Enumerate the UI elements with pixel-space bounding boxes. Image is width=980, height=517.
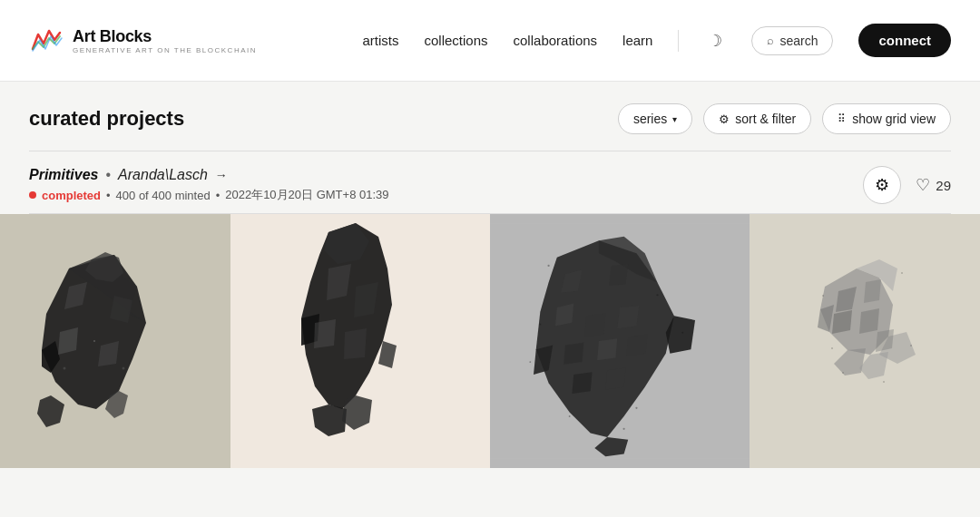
status-dot-icon [29, 191, 36, 199]
svg-point-41 [547, 265, 549, 267]
svg-point-63 [910, 345, 912, 346]
svg-marker-37 [597, 338, 617, 360]
svg-marker-39 [572, 372, 592, 394]
svg-point-42 [656, 294, 658, 296]
project-status-row: completed • 400 of 400 minted • 2022年10月… [29, 187, 389, 203]
svg-marker-57 [864, 279, 881, 303]
project-title-row: Primitives • Aranda\Lasch → [29, 167, 389, 183]
artwork-1-image [0, 214, 230, 468]
project-actions: ⚙ ♡ 29 [863, 166, 951, 204]
search-button[interactable]: ⌕ search [751, 26, 833, 55]
svg-marker-59 [859, 308, 879, 334]
svg-point-11 [64, 367, 66, 370]
logo-text: Art Blocks Generative Art on the Blockch… [73, 27, 257, 54]
svg-point-45 [623, 428, 625, 430]
artwork-3-image [490, 214, 750, 468]
sort-filter-label: sort & filter [735, 112, 796, 126]
search-label: search [779, 34, 818, 48]
logo[interactable]: Art Blocks Generative Art on the Blockch… [29, 24, 257, 58]
svg-marker-35 [617, 306, 639, 328]
date-separator: • [216, 189, 220, 202]
svg-point-64 [831, 347, 833, 349]
connect-button[interactable]: connect [858, 24, 951, 57]
artwork-1[interactable] [0, 214, 230, 468]
project-artist: Aranda\Lasch [118, 167, 208, 183]
artwork-4-image [750, 214, 980, 468]
svg-point-65 [883, 381, 885, 383]
svg-point-48 [539, 324, 541, 326]
svg-marker-36 [564, 343, 583, 365]
settings-button[interactable]: ⚙ [863, 166, 901, 204]
svg-point-61 [822, 295, 824, 297]
project-date: 2022年10月20日 GMT+8 01:39 [225, 187, 388, 203]
nav-divider [678, 30, 679, 52]
svg-point-44 [529, 361, 531, 363]
artwork-3[interactable] [490, 214, 750, 468]
curated-controls: series ▾ ⚙ sort & filter ⠿ show grid vie… [618, 103, 951, 134]
main-content: curated projects series ▾ ⚙ sort & filte… [0, 82, 980, 214]
dark-mode-button[interactable]: ☽ [704, 27, 726, 54]
svg-point-46 [569, 415, 571, 417]
artwork-2[interactable] [230, 214, 490, 468]
svg-marker-34 [584, 314, 605, 337]
project-info: Primitives • Aranda\Lasch → completed • … [29, 167, 389, 203]
nav-collaborations[interactable]: collaborations [514, 33, 598, 48]
nav-collections[interactable]: collections [424, 33, 487, 48]
project-separator: • [105, 167, 111, 183]
svg-point-66 [842, 372, 844, 374]
svg-marker-40 [605, 368, 625, 390]
logo-title: Art Blocks [73, 27, 257, 46]
project-meta-row: Primitives • Aranda\Lasch → completed • … [29, 151, 951, 214]
svg-point-13 [93, 340, 95, 342]
svg-marker-24 [344, 328, 367, 359]
svg-marker-23 [314, 319, 336, 348]
svg-point-62 [901, 272, 903, 274]
curated-header: curated projects series ▾ ⚙ sort & filte… [29, 82, 951, 151]
status-separator: • [106, 189, 111, 202]
minted-info: 400 of 400 minted [116, 189, 211, 202]
svg-point-47 [635, 407, 637, 409]
svg-marker-32 [609, 264, 628, 286]
svg-point-43 [681, 332, 683, 334]
grid-icon: ⠿ [838, 112, 847, 125]
sort-filter-button[interactable]: ⚙ sort & filter [703, 103, 811, 134]
logo-subtitle: Generative Art on the Blockchain [73, 46, 257, 54]
svg-point-12 [122, 367, 125, 370]
artwork-grid [0, 214, 980, 468]
grid-view-label: show grid view [852, 112, 936, 126]
nav-artists[interactable]: artists [362, 33, 398, 48]
header: Art Blocks Generative Art on the Blockch… [0, 0, 980, 82]
svg-marker-58 [832, 310, 852, 334]
logo-icon [29, 24, 64, 58]
series-label: series [633, 112, 667, 126]
heart-icon: ♡ [916, 175, 930, 195]
main-nav: artists collections collaborations learn… [362, 24, 951, 57]
project-status: completed [42, 189, 101, 202]
project-link-arrow[interactable]: → [215, 168, 228, 182]
artwork-2-image [230, 214, 490, 468]
project-name: Primitives [29, 167, 98, 183]
nav-learn[interactable]: learn [622, 33, 652, 48]
series-button[interactable]: series ▾ [618, 103, 692, 134]
gear-icon: ⚙ [875, 175, 889, 195]
artwork-4[interactable] [750, 214, 980, 468]
like-button[interactable]: ♡ 29 [916, 175, 951, 195]
svg-marker-38 [626, 335, 647, 356]
grid-view-button[interactable]: ⠿ show grid view [822, 103, 951, 134]
page-title: curated projects [29, 107, 184, 131]
filter-icon: ⚙ [719, 112, 730, 126]
search-icon: ⌕ [767, 34, 774, 47]
like-count: 29 [936, 178, 951, 193]
series-chevron-icon: ▾ [672, 114, 677, 124]
